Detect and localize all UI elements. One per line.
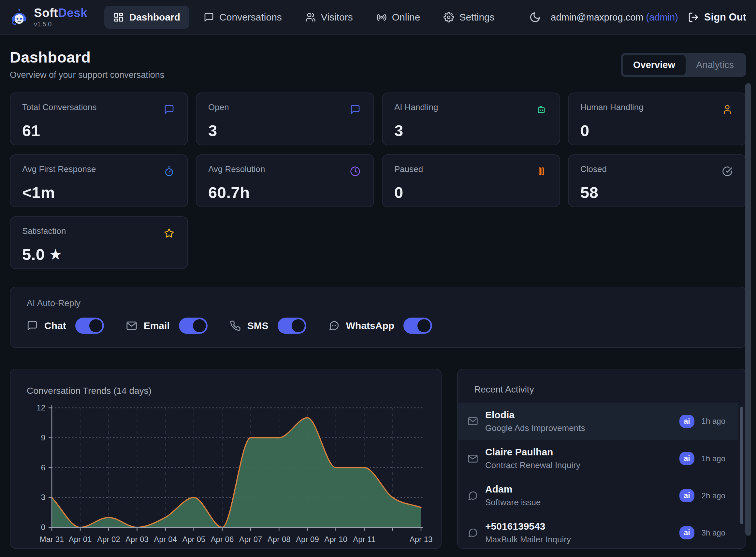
radio-icon [376,12,387,23]
activity-subject: MaxBulk Mailer Inquiry [485,534,571,545]
channel-chat: Chat [27,318,104,334]
stat-label: AI Handling [394,102,548,112]
mail-icon [468,453,478,464]
stat-value: <1m [22,183,176,202]
moon-icon [529,11,541,23]
recent-activity-card: Recent Activity Elodia Google Ads Improv… [457,369,746,549]
window-scrollbar[interactable] [745,83,751,536]
ai-badge: ai [679,452,694,465]
user-role-link[interactable]: (admin) [646,12,678,23]
toggle-email[interactable] [179,318,207,334]
svg-text:12: 12 [36,403,45,412]
users-icon [305,12,316,23]
star-icon [164,228,174,240]
top-nav: SoftDesk v1.5.0 Dashboard Conversations … [0,0,756,35]
nav-item-dashboard[interactable]: Dashboard [104,6,189,29]
stat-label: Satisfaction [22,226,176,236]
svg-text:3: 3 [41,493,45,502]
activity-time: 1h ago [702,454,725,463]
stat-card-open: Open 3 [196,92,374,145]
sign-out-button[interactable]: Sign Out [688,11,746,23]
stat-label: Open [208,102,362,112]
gear-icon [444,12,454,23]
nav-item-conversations[interactable]: Conversations [195,6,291,29]
conversation-trends-card: Conversation Trends (14 days) 036912Mar … [10,369,442,549]
mail-icon [126,320,137,331]
stat-card-satisfaction: Satisfaction 5.0★ [10,216,188,269]
channel-label: Email [144,320,170,331]
message-circle-dots-icon [329,320,340,331]
svg-text:0: 0 [41,523,45,532]
activity-name: Elodia [485,409,585,420]
nav-item-settings[interactable]: Settings [435,6,503,29]
activity-time: 1h ago [702,417,725,426]
dashboard-icon [113,12,124,23]
recent-activity-title: Recent Activity [458,370,746,403]
mail-icon [468,453,478,464]
message-square-icon [204,12,214,23]
view-tab-analytics[interactable]: Analytics [685,55,744,75]
timer-icon [164,166,174,177]
moon-icon[interactable] [529,11,541,23]
message-circle-icon [468,491,478,501]
check-circle-icon [722,166,732,178]
message-circle-dots-icon [329,320,340,331]
stat-label: Avg First Response [22,164,176,174]
svg-text:Apr 05: Apr 05 [182,535,205,544]
activity-list-scrollbar[interactable] [740,407,743,524]
activity-list-item[interactable]: +5016139543 MaxBulk Mailer Inquiry ai 3h… [458,514,738,549]
stat-value: 60.7h [208,183,362,202]
svg-text:Apr 10: Apr 10 [324,535,347,544]
nav-item-online[interactable]: Online [367,6,429,29]
message-square-icon [164,104,174,115]
brand-version: v1.5.0 [34,21,87,28]
svg-text:Apr 13: Apr 13 [410,535,433,544]
clock-icon [350,166,360,177]
stat-card-ai-handling: AI Handling 3 [382,92,560,145]
ai-badge: ai [679,526,694,539]
nav-item-visitors[interactable]: Visitors [296,6,362,29]
recent-activity-list: Elodia Google Ads Improvements ai 1h ago… [458,403,746,549]
toggle-whatsapp[interactable] [403,318,432,334]
channel-sms: SMS [230,318,306,334]
message-square-icon [27,320,38,331]
user-email: admin@maxprog.com [551,12,643,23]
view-toggle: OverviewAnalytics [621,53,746,77]
ai-badge: ai [679,489,694,502]
activity-list-item[interactable]: Adam Software issue ai 2h ago [458,477,738,514]
main-content: Dashboard Overview of your support conve… [0,35,756,549]
page-header: Dashboard Overview of your support conve… [10,48,746,80]
pause-icon [536,166,547,177]
channel-whatsapp: WhatsApp [329,318,432,334]
user-icon [722,104,732,116]
svg-text:Apr 07: Apr 07 [239,535,262,544]
channel-label: SMS [247,320,269,331]
svg-text:Apr 02: Apr 02 [97,535,120,544]
stat-value: 61 [22,121,176,140]
message-square-icon [164,104,174,116]
activity-list-item[interactable]: Claire Paulhan Contract Renewal Inquiry … [458,440,738,477]
stat-value: 3 [394,121,548,140]
mail-icon [468,416,478,427]
message-circle-icon [468,528,478,538]
svg-text:Apr 04: Apr 04 [154,535,177,544]
activity-list-item[interactable]: Elodia Google Ads Improvements ai 1h ago [458,403,738,440]
log-out-icon [688,12,699,23]
check-circle-icon [722,166,732,177]
stats-grid: Total Conversations 61 Open 3 AI Handlin… [10,92,746,269]
stat-value: 5.0★ [22,245,176,264]
activity-name: Claire Paulhan [485,446,580,458]
view-tab-overview[interactable]: Overview [623,55,685,75]
phone-icon [230,320,241,331]
svg-text:6: 6 [41,463,45,472]
toggle-sms[interactable] [278,318,306,334]
ai-auto-reply-title: AI Auto-Reply [27,298,729,309]
svg-text:Apr 11: Apr 11 [353,535,375,544]
stat-label: Human Handling [580,102,734,112]
brand: SoftDesk v1.5.0 [10,6,87,28]
user-account: admin@maxprog.com (admin) [551,12,678,23]
svg-text:Mar 31: Mar 31 [40,535,64,544]
mail-icon [468,416,478,427]
toggle-chat[interactable] [75,318,104,334]
radio-icon [376,12,387,23]
